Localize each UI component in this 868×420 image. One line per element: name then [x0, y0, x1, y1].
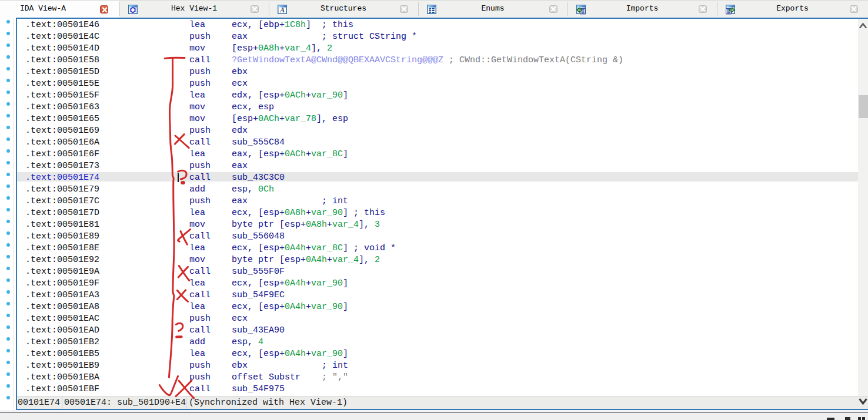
svg-text:A: A — [279, 6, 285, 14]
